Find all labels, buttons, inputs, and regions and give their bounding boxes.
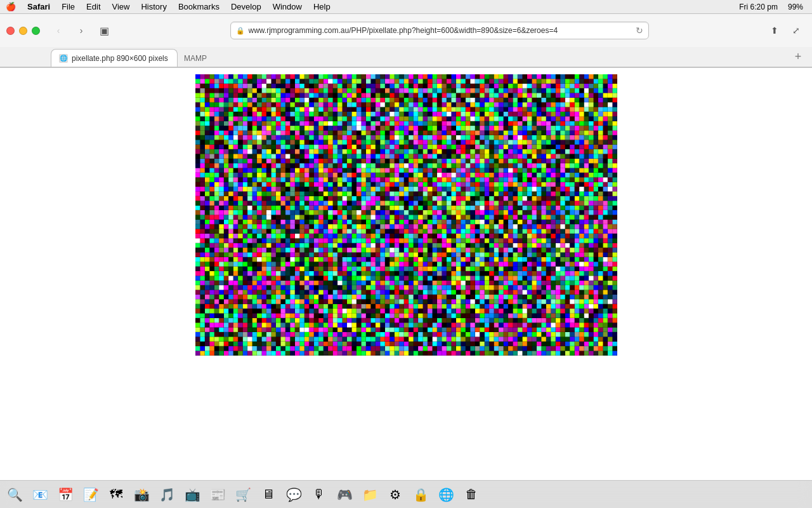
- menu-file[interactable]: File: [56, 0, 81, 13]
- url-bar-container: 🔒 www.rjmprogramming.com.au/PHP/pixellat…: [230, 22, 649, 39]
- menu-view[interactable]: View: [107, 0, 136, 13]
- close-button[interactable]: [6, 27, 15, 35]
- new-tab-button[interactable]: +: [790, 49, 806, 64]
- dock-icon-notes[interactable]: 📝: [79, 483, 103, 507]
- menu-bookmarks[interactable]: Bookmarks: [173, 0, 225, 13]
- apple-menu[interactable]: 🍎: [0, 0, 22, 13]
- dock-icon-music[interactable]: 🎵: [155, 483, 179, 507]
- share-icon: ⬆: [771, 25, 778, 36]
- share-button[interactable]: ⬆: [765, 22, 784, 39]
- active-tab[interactable]: 🌐 pixellate.php 890×600 pixels: [51, 49, 178, 67]
- tab-bar: 🌐 pixellate.php 890×600 pixels MAMP +: [0, 47, 812, 67]
- lock-icon: 🔒: [236, 27, 245, 35]
- dock-icon-maps[interactable]: 🗺: [104, 483, 128, 507]
- dock-icon-lock[interactable]: 🔒: [409, 483, 433, 507]
- sidebar-toggle-button[interactable]: ▣: [95, 22, 114, 39]
- toolbar-actions: ⬆ ⤢: [765, 22, 806, 39]
- dock-icon-files[interactable]: 📁: [358, 483, 382, 507]
- sidebar-icon: ▣: [100, 25, 109, 37]
- dock-icon-game[interactable]: 🎮: [332, 483, 357, 507]
- maximize-button[interactable]: [32, 27, 40, 35]
- menu-safari[interactable]: Safari: [22, 0, 56, 13]
- zoom-button[interactable]: ⤢: [787, 22, 806, 39]
- menubar-time: Fri 6:20 pm: [737, 3, 780, 11]
- menu-bar: 🍎 Safari File Edit View History Bookmark…: [0, 0, 812, 14]
- toolbar: ‹ › ▣ 🔒 www.rjmprogramming.com.au/PHP/pi…: [0, 14, 812, 47]
- dock-icon-appstore[interactable]: 🛒: [231, 483, 255, 507]
- url-bar[interactable]: 🔒 www.rjmprogramming.com.au/PHP/pixellat…: [230, 22, 649, 39]
- menu-history[interactable]: History: [135, 0, 172, 13]
- dock-icon-safari[interactable]: 🌐: [434, 483, 458, 507]
- menu-help[interactable]: Help: [308, 0, 336, 13]
- tab-favicon: 🌐: [59, 54, 68, 63]
- dock-icon-news[interactable]: 📰: [206, 483, 230, 507]
- page-content: [0, 68, 812, 481]
- reload-button[interactable]: ↻: [636, 25, 643, 36]
- back-icon: ‹: [57, 25, 60, 36]
- dock-icon-facetime[interactable]: 🎙: [307, 483, 331, 507]
- dock-icon-finder[interactable]: 🔍: [3, 483, 27, 507]
- pixellate-image: [195, 74, 617, 356]
- dock-icon-calendar[interactable]: 📅: [53, 483, 77, 507]
- mamp-tab[interactable]: MAMP: [178, 50, 213, 67]
- dock-icon-messages[interactable]: 💬: [282, 483, 306, 507]
- forward-button[interactable]: ›: [72, 22, 91, 39]
- menu-window[interactable]: Window: [267, 0, 308, 13]
- tab-label: pixellate.php 890×600 pixels: [72, 54, 169, 63]
- traffic-lights: [6, 27, 40, 35]
- zoom-icon: ⤢: [792, 25, 800, 36]
- menu-develop[interactable]: Develop: [225, 0, 267, 13]
- menubar-battery: 99%: [785, 3, 806, 11]
- url-text: www.rjmprogramming.com.au/PHP/pixellate.…: [249, 26, 632, 35]
- dock-icon-settings[interactable]: ⚙: [383, 483, 407, 507]
- dock-icon-photos[interactable]: 📸: [129, 483, 154, 507]
- plus-icon: +: [795, 50, 802, 64]
- browser-chrome: ‹ › ▣ 🔒 www.rjmprogramming.com.au/PHP/pi…: [0, 14, 812, 68]
- dock-icon-trash[interactable]: 🗑: [459, 483, 483, 507]
- dock: 🔍 📧 📅 📝 🗺 📸 🎵 📺 📰 🛒 🖥 💬 🎙 🎮 📁 ⚙ 🔒 🌐 🗑: [0, 480, 812, 508]
- pixel-canvas: [195, 74, 617, 356]
- dock-icon-mail[interactable]: 📧: [28, 483, 52, 507]
- dock-icon-system[interactable]: 🖥: [256, 483, 280, 507]
- apple-icon: 🍎: [6, 2, 16, 11]
- dock-icon-tv[interactable]: 📺: [180, 483, 204, 507]
- back-button[interactable]: ‹: [49, 22, 68, 39]
- mamp-tab-label: MAMP: [184, 54, 207, 63]
- forward-icon: ›: [80, 25, 83, 36]
- menubar-right: Fri 6:20 pm 99%: [737, 3, 812, 11]
- minimize-button[interactable]: [19, 27, 27, 35]
- menu-edit[interactable]: Edit: [81, 0, 106, 13]
